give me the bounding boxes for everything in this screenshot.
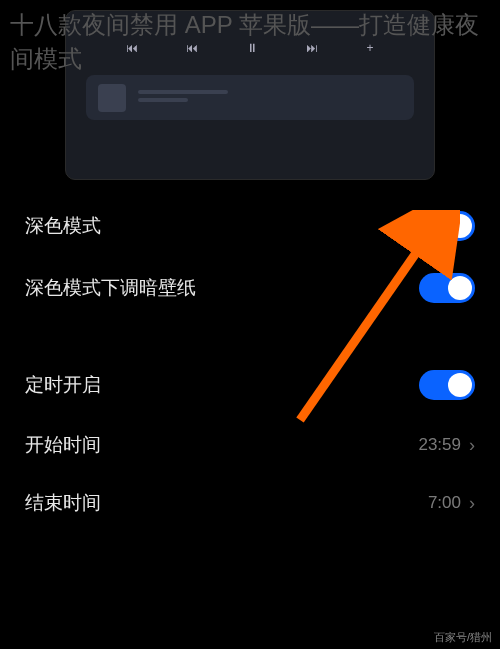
end-time-row[interactable]: 结束时间 7:00 › [25,474,475,532]
start-time-row[interactable]: 开始时间 23:59 › [25,416,475,474]
chevron-right-icon: › [469,435,475,456]
chevron-right-icon: › [469,493,475,514]
dim-wallpaper-toggle[interactable] [419,273,475,303]
dark-mode-row: 深色模式 [25,195,475,257]
dim-wallpaper-row: 深色模式下调暗壁纸 [25,257,475,319]
scheduled-label: 定时开启 [25,372,101,398]
dark-mode-label: 深色模式 [25,213,101,239]
dim-wallpaper-label: 深色模式下调暗壁纸 [25,275,196,301]
media-text-placeholder [138,90,228,106]
watermark: 百家号/猎州 [434,630,492,645]
scheduled-toggle[interactable] [419,370,475,400]
toggle-knob [448,373,472,397]
toggle-knob [448,214,472,238]
toggle-knob [448,276,472,300]
article-title: 十八款夜间禁用 APP 苹果版——打造健康夜间模式 [0,0,500,83]
start-time-value: 23:59 [418,435,461,455]
dark-mode-toggle[interactable] [419,211,475,241]
media-thumbnail [98,84,126,112]
end-time-value: 7:00 [428,493,461,513]
scheduled-row: 定时开启 [25,354,475,416]
start-time-label: 开始时间 [25,432,101,458]
settings-list: 深色模式 深色模式下调暗壁纸 定时开启 开始时间 23:59 › 结束时间 7:… [0,180,500,532]
end-time-label: 结束时间 [25,490,101,516]
